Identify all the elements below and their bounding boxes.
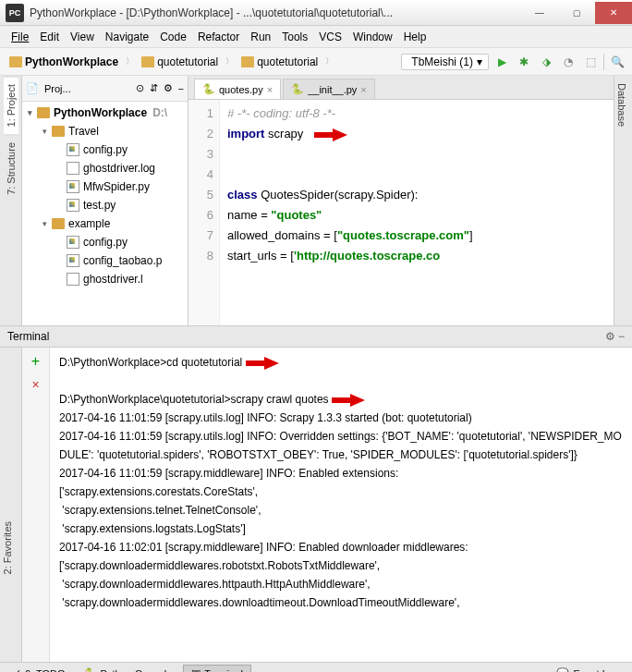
python-file-icon: 🐍 — [291, 83, 304, 95]
database-tool-tab[interactable]: Database — [614, 76, 629, 134]
scroll-from-source-icon[interactable]: ⊙ — [136, 82, 144, 94]
menu-window[interactable]: Window — [347, 29, 398, 45]
chevron-right-icon: 〉 — [126, 55, 134, 67]
todo-tool-button[interactable]: ✓6: TODO — [6, 666, 73, 672]
run-config-selector[interactable]: TbMeishi (1) ▾ — [401, 54, 489, 70]
chevron-right-icon: 〉 — [225, 55, 234, 67]
menu-edit[interactable]: Edit — [34, 29, 65, 45]
close-tab-icon[interactable]: × — [360, 84, 366, 95]
close-session-button[interactable]: × — [31, 377, 39, 392]
coverage-icon: ⬗ — [542, 55, 551, 68]
python-file-icon — [67, 199, 79, 212]
menu-help[interactable]: Help — [398, 29, 432, 45]
window-title: PythonWorkplace - [D:\PythonWorkplace] -… — [30, 6, 521, 19]
tree-label: config.py — [83, 143, 128, 156]
tree-label: MfwSpider.py — [83, 180, 150, 193]
tree-file[interactable]: MfwSpider.py — [22, 177, 188, 196]
left-tool-strip: 1: Project 7: Structure — [0, 76, 22, 325]
folder-icon — [241, 56, 254, 67]
concurrency-button[interactable]: ⬚ — [581, 53, 600, 71]
structure-tool-tab[interactable]: 7: Structure — [4, 135, 18, 202]
terminal-title: Terminal — [7, 330, 49, 343]
chevron-down-icon: ▾ — [477, 55, 482, 68]
bottom-tool-bar: ✓6: TODO 🐍Python Console ▣Terminal 💬Even… — [0, 662, 632, 672]
tree-file[interactable]: test.py — [22, 196, 188, 214]
menu-tools[interactable]: Tools — [276, 29, 313, 45]
coverage-button[interactable]: ⬗ — [537, 53, 555, 71]
file-icon — [67, 273, 79, 286]
folder-icon — [141, 56, 154, 67]
python-icon: 🐍 — [84, 667, 97, 672]
close-tab-icon[interactable]: × — [267, 84, 273, 95]
project-panel: 📄 Proj... ⊙ ⇵ ⚙ − ▾PythonWorkplaceD:\▾Tr… — [22, 76, 188, 325]
tree-folder[interactable]: ▾PythonWorkplaceD:\ — [22, 104, 188, 122]
close-button[interactable]: ✕ — [595, 2, 632, 24]
editor-tab-quotes[interactable]: 🐍 quotes.py × — [194, 79, 281, 99]
collapse-all-icon[interactable]: ⇵ — [150, 82, 158, 94]
svg-marker-1 — [246, 357, 279, 370]
tab-label: __init__.py — [308, 84, 357, 95]
menu-vcs[interactable]: VCS — [313, 29, 347, 45]
annotation-arrow-icon — [314, 128, 347, 141]
breadcrumb-item[interactable]: quotetutorial — [138, 55, 222, 68]
editor-tab-init[interactable]: 🐍 __init__.py × — [283, 79, 375, 99]
breadcrumb-item[interactable]: quotetutorial — [237, 55, 322, 68]
favorites-tool-tab[interactable]: 2: Favorites — [0, 514, 15, 581]
menu-refactor[interactable]: Refactor — [192, 29, 245, 45]
python-console-button[interactable]: 🐍Python Console — [77, 666, 180, 672]
concurrency-icon: ⬚ — [586, 55, 596, 68]
tab-label: quotes.py — [219, 84, 263, 95]
minimize-button[interactable]: — — [521, 2, 558, 24]
tree-label: config_taobao.p — [83, 254, 162, 267]
tree-file[interactable]: config.py — [22, 233, 188, 251]
menu-code[interactable]: Code — [154, 29, 192, 45]
svg-marker-0 — [314, 128, 347, 141]
run-button[interactable]: ▶ — [492, 53, 511, 71]
event-log-button[interactable]: 💬Event Log — [549, 666, 626, 672]
tree-label: PythonWorkplace — [54, 106, 147, 119]
folder-icon — [37, 107, 50, 118]
tree-file[interactable]: config_taobao.p — [22, 251, 188, 270]
python-file-icon — [67, 143, 79, 156]
menu-navigate[interactable]: Navigate — [100, 29, 154, 45]
tree-folder[interactable]: ▾example — [22, 214, 188, 233]
folder-icon — [9, 56, 22, 67]
python-file-icon — [67, 180, 79, 193]
tree-label: test.py — [83, 199, 115, 212]
menu-run[interactable]: Run — [245, 29, 276, 45]
run-config-label: TbMeishi (1) — [411, 55, 473, 68]
gear-icon[interactable]: ⚙ − — [605, 330, 625, 343]
project-tab-icon: 📄 — [26, 82, 39, 94]
menu-file[interactable]: File — [6, 29, 34, 45]
terminal-header[interactable]: Terminal ⚙ − — [0, 325, 632, 348]
annotation-arrow-icon — [332, 394, 365, 407]
new-session-button[interactable]: + — [31, 353, 40, 370]
debug-button[interactable]: ✱ — [515, 53, 533, 71]
right-tool-strip: Database — [614, 76, 632, 325]
hide-icon[interactable]: − — [178, 83, 184, 94]
profile-button[interactable]: ◔ — [559, 53, 577, 71]
tree-folder[interactable]: ▾Travel — [22, 122, 188, 141]
terminal-toolbar: + × — [22, 348, 50, 662]
maximize-button[interactable]: ▢ — [558, 2, 595, 24]
folder-icon — [52, 218, 65, 229]
terminal-output[interactable]: D:\PythonWorkplace>cd quotetutorial D:\P… — [50, 348, 632, 662]
search-everywhere-button[interactable]: 🔍 — [608, 53, 626, 71]
project-tool-tab[interactable]: 1: Project — [4, 76, 18, 135]
tree-label: ghostdriver.l — [83, 273, 143, 286]
tree-label: config.py — [83, 236, 128, 249]
python-file-icon — [67, 254, 79, 267]
tree-file[interactable]: ghostdriver.log — [22, 159, 188, 177]
line-gutter[interactable]: 12345678 — [188, 100, 220, 325]
bug-icon: ✱ — [519, 55, 529, 68]
gear-icon[interactable]: ⚙ — [164, 82, 173, 94]
code-area[interactable]: # -*- coding: utf-8 -*- import scrapy cl… — [220, 100, 614, 325]
terminal-tool-button[interactable]: ▣Terminal — [183, 665, 251, 672]
play-icon: ▶ — [498, 55, 506, 68]
tree-file[interactable]: config.py — [22, 141, 188, 159]
tree-file[interactable]: ghostdriver.l — [22, 270, 188, 288]
breadcrumb-root[interactable]: PythonWorkplace — [6, 55, 122, 68]
menu-view[interactable]: View — [65, 29, 100, 45]
project-tree[interactable]: ▾PythonWorkplaceD:\▾Travelconfig.pyghost… — [22, 102, 188, 325]
tree-label: example — [68, 217, 110, 230]
